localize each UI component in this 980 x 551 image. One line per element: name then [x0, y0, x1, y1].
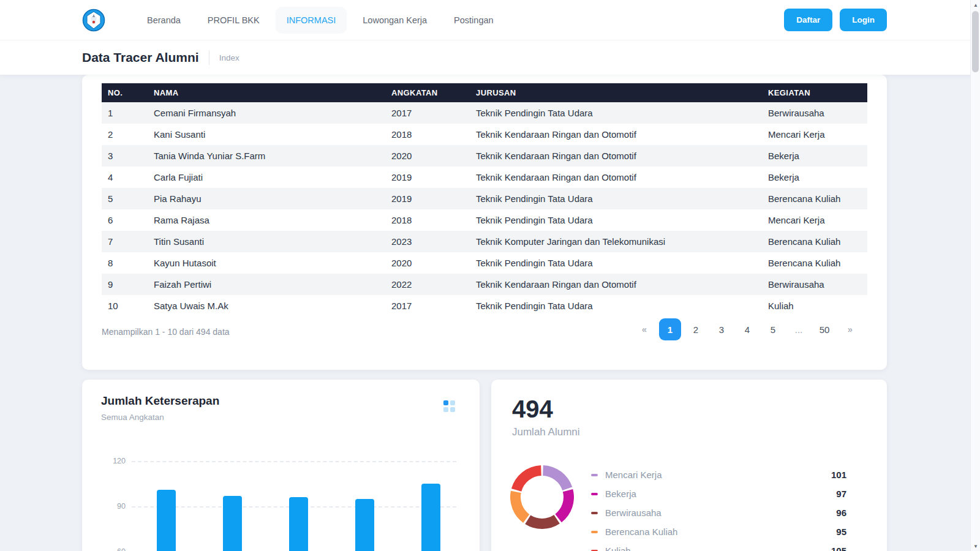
gridline: [132, 461, 456, 462]
alumni-summary-card: 494 Jumlah Alumni Mencari Kerja101Bekerj…: [491, 380, 887, 551]
nav-link-postingan[interactable]: Postingan: [443, 7, 505, 34]
bar-4[interactable]: [421, 484, 440, 551]
table-cell: Berencana Kuliah: [762, 188, 867, 209]
scrollbar-thumb[interactable]: [972, 11, 979, 72]
table-row: 8Kayun Hutasoit2020Teknik Pendingin Tata…: [102, 252, 867, 274]
bar-2[interactable]: [289, 497, 308, 551]
nav-link-lowongan-kerja[interactable]: Lowongan Kerja: [352, 7, 438, 34]
register-button[interactable]: Daftar: [784, 9, 832, 31]
bar-0[interactable]: [157, 490, 176, 551]
col-header-no: NO.: [102, 83, 148, 102]
table-row: 10Satya Uwais M.Ak2017Teknik Pendingin T…: [102, 295, 867, 317]
donut-segment-bekerja[interactable]: [555, 489, 574, 522]
table-cell: 2018: [385, 209, 470, 231]
table-row: 9Faizah Pertiwi2022Teknik Kendaraan Ring…: [102, 274, 867, 295]
legend-item-mencari-kerja[interactable]: Mencari Kerja101: [591, 465, 846, 484]
donut-segment-berwirausaha[interactable]: [525, 515, 560, 529]
pagination-page-2[interactable]: 2: [685, 318, 707, 340]
nav-link-profil-bkk[interactable]: PROFIL BKK: [197, 7, 271, 34]
table-cell: 2022: [385, 274, 470, 295]
pagination-page-3[interactable]: 3: [710, 318, 733, 340]
scrollbar-down-icon[interactable]: ▼: [971, 541, 980, 551]
table-cell: 2020: [385, 252, 470, 274]
pagination: «12345...50»: [633, 318, 861, 340]
table-cell: Rama Rajasa: [148, 209, 385, 231]
table-cell: Teknik Kendaraan Ringan dan Otomotif: [470, 124, 762, 145]
table-cell: Mencari Kerja: [762, 209, 867, 231]
table-cell: Kayun Hutasoit: [148, 252, 385, 274]
legend-marker-icon: [591, 474, 598, 476]
table-row: 3Tania Winda Yuniar S.Farm2020Teknik Ken…: [102, 145, 867, 167]
donut-legend: Mencari Kerja101Bekerja97Berwirausaha96B…: [591, 465, 846, 551]
pagination-page-5[interactable]: 5: [762, 318, 784, 340]
pagination-prev[interactable]: «: [633, 318, 655, 340]
legend-marker-icon: [591, 512, 598, 514]
table-cell: Bekerja: [762, 167, 867, 188]
legend-value: 95: [836, 527, 846, 537]
nav-links: BerandaPROFIL BKKINFORMASILowongan Kerja…: [136, 0, 505, 40]
legend-item-berencana-kuliah[interactable]: Berencana Kuliah95: [591, 522, 846, 541]
header-divider: [209, 50, 209, 65]
pagination-page-50[interactable]: 50: [813, 318, 835, 340]
nav-link-beranda[interactable]: Beranda: [136, 7, 192, 34]
table-cell: 2020: [385, 145, 470, 167]
donut-chart: [510, 465, 574, 529]
col-header-angkatan: ANGKATAN: [385, 83, 470, 102]
legend-item-bekerja[interactable]: Bekerja97: [591, 484, 846, 503]
pagination-ellipsis: ...: [788, 318, 810, 340]
col-header-nama: NAMA: [148, 83, 385, 102]
table-cell: 9: [102, 274, 148, 295]
nav-actions: Daftar Login: [784, 9, 887, 31]
y-axis-tick: 120: [101, 457, 126, 465]
table-cell: Teknik Komputer Jaringan dan Telekomunik…: [470, 231, 762, 252]
table-cell: 8: [102, 252, 148, 274]
nav-link-informasi[interactable]: INFORMASI: [276, 7, 347, 34]
login-button[interactable]: Login: [840, 9, 887, 31]
top-navbar: BerandaPROFIL BKKINFORMASILowongan Kerja…: [0, 0, 980, 40]
pagination-page-1[interactable]: 1: [659, 318, 681, 340]
table-cell: 2: [102, 124, 148, 145]
chart-menu-grid-icon[interactable]: [443, 400, 455, 412]
donut-segment-mencari-kerja[interactable]: [543, 465, 572, 490]
legend-item-berwirausaha[interactable]: Berwirausaha96: [591, 503, 846, 522]
table-row: 6Rama Rajasa2018Teknik Pendingin Tata Ud…: [102, 209, 867, 231]
bar-3[interactable]: [355, 499, 374, 551]
scrollbar-up-icon[interactable]: ▲: [971, 0, 980, 10]
table-cell: Teknik Pendingin Tata Udara: [470, 209, 762, 231]
pagination-next[interactable]: »: [839, 318, 861, 340]
table-cell: 10: [102, 295, 148, 317]
table-cell: Berwirausaha: [762, 274, 867, 295]
table-cell: Titin Susanti: [148, 231, 385, 252]
donut-segment-kuliah[interactable]: [511, 465, 541, 492]
legend-label: Mencari Kerja: [605, 470, 831, 480]
table-cell: 2019: [385, 167, 470, 188]
table-cell: Kani Susanti: [148, 124, 385, 145]
legend-value: 97: [836, 489, 846, 499]
table-cell: 4: [102, 167, 148, 188]
school-logo-icon[interactable]: [82, 9, 105, 32]
legend-label: Bekerja: [605, 489, 836, 499]
table-cell: Teknik Kendaraan Ringan dan Otomotif: [470, 145, 762, 167]
pagination-page-4[interactable]: 4: [736, 318, 758, 340]
table-cell: 5: [102, 188, 148, 209]
table-cell: Teknik Kendaraan Ringan dan Otomotif: [470, 274, 762, 295]
alumni-table-header: NO. NAMA ANGKATAN JURUSAN KEGIATAN: [102, 83, 867, 102]
table-row: 7Titin Susanti2023Teknik Komputer Jaring…: [102, 231, 867, 252]
bar-chart-subtitle: Semua Angkatan: [101, 413, 164, 422]
table-cell: 2023: [385, 231, 470, 252]
table-cell: Bekerja: [762, 145, 867, 167]
legend-value: 105: [831, 545, 846, 551]
legend-value: 101: [831, 470, 846, 480]
table-cell: Faizah Pertiwi: [148, 274, 385, 295]
legend-label: Berwirausaha: [605, 508, 836, 518]
y-axis-tick: 90: [101, 502, 126, 511]
table-cell: Teknik Pendingin Tata Udara: [470, 252, 762, 274]
table-row: 2Kani Susanti2018Teknik Kendaraan Ringan…: [102, 124, 867, 145]
vertical-scrollbar[interactable]: ▲ ▼: [970, 0, 980, 551]
bar-1[interactable]: [223, 496, 242, 551]
legend-item-kuliah[interactable]: Kuliah105: [591, 541, 846, 551]
alumni-table-card: NO. NAMA ANGKATAN JURUSAN KEGIATAN 1Cema…: [82, 75, 887, 370]
donut-segment-berencana-kuliah[interactable]: [510, 491, 529, 523]
legend-marker-icon: [591, 531, 598, 533]
legend-marker-icon: [591, 493, 598, 495]
